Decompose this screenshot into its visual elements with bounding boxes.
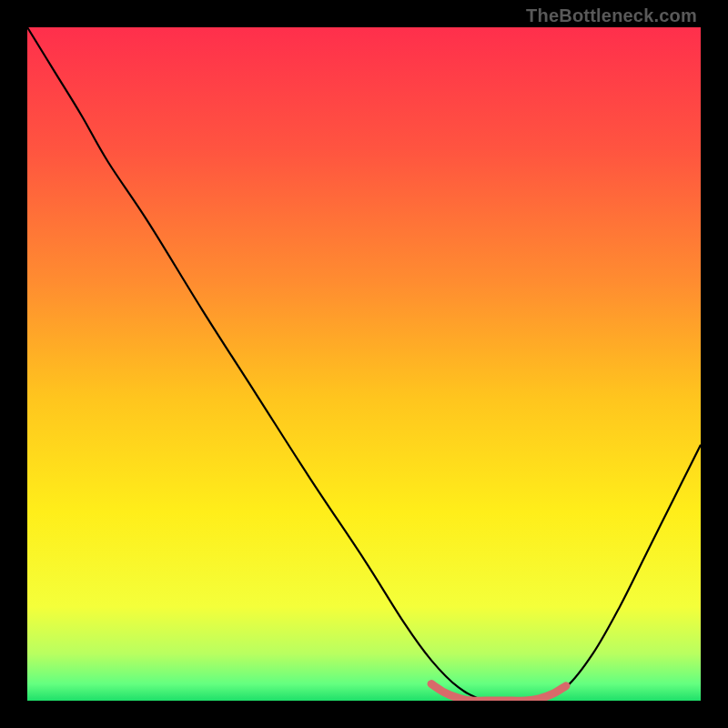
bottleneck-chart	[27, 27, 701, 701]
gradient-background	[27, 27, 701, 701]
watermark-text: TheBottleneck.com	[526, 5, 697, 26]
chart-frame	[27, 27, 701, 701]
